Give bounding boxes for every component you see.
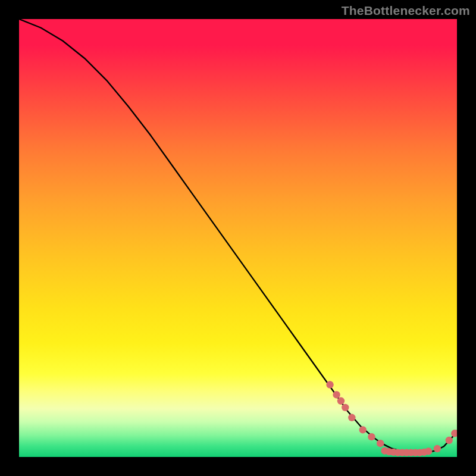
data-point bbox=[425, 447, 432, 455]
data-point bbox=[377, 440, 384, 447]
plot-area bbox=[19, 19, 457, 457]
data-point bbox=[333, 391, 340, 398]
data-point bbox=[326, 381, 333, 388]
data-point bbox=[368, 433, 375, 440]
data-points bbox=[326, 381, 457, 456]
chart-stage: TheBottlenecker.com bbox=[0, 0, 476, 476]
data-point bbox=[342, 404, 349, 411]
data-point bbox=[434, 445, 441, 452]
data-point bbox=[446, 437, 453, 444]
data-point bbox=[359, 426, 367, 433]
attribution-text: TheBottlenecker.com bbox=[342, 4, 470, 18]
data-point bbox=[451, 430, 457, 437]
chart-svg bbox=[19, 19, 457, 457]
data-point bbox=[337, 397, 345, 405]
data-point bbox=[348, 414, 355, 421]
bottleneck-curve bbox=[19, 19, 457, 453]
